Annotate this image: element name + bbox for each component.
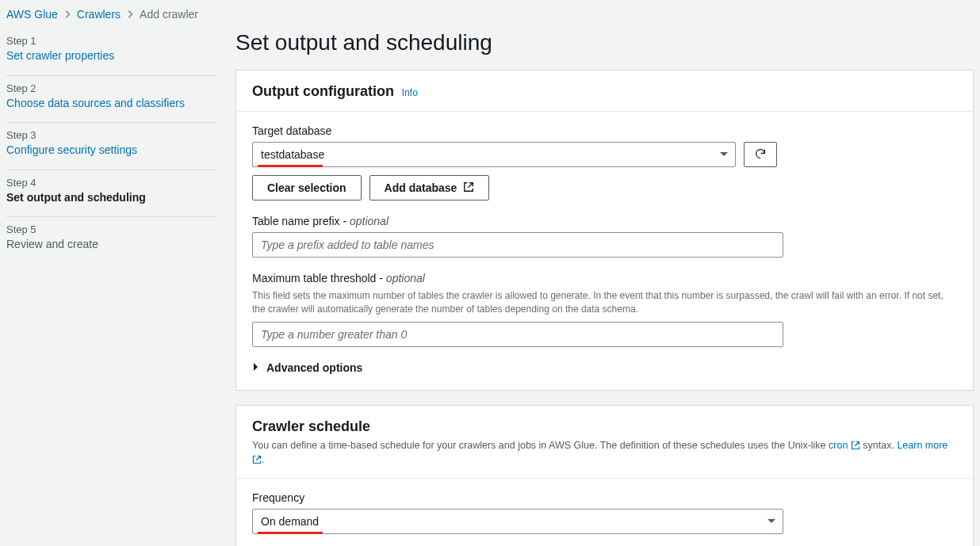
page-title: Set output and scheduling	[235, 30, 974, 55]
frequency-select[interactable]: On demand	[252, 509, 783, 534]
cron-link[interactable]: cron	[829, 440, 860, 451]
external-link-icon	[463, 181, 474, 195]
add-database-label: Add database	[385, 181, 457, 194]
caret-right-icon	[252, 361, 260, 374]
chevron-right-icon	[127, 8, 133, 21]
desc-text: syntax.	[860, 440, 898, 451]
caret-down-icon	[719, 148, 729, 161]
wizard-step-3[interactable]: Step 3 Configure security settings	[6, 123, 216, 170]
advanced-options-label: Advanced options	[266, 361, 362, 374]
crawler-schedule-panel: Crawler schedule You can define a time-b…	[235, 405, 974, 546]
label-text: Table name prefix -	[252, 215, 346, 227]
step-number: Step 5	[6, 223, 216, 235]
max-threshold-label: Maximum table threshold - optional	[252, 272, 957, 284]
panel-title: Output configuration	[252, 83, 394, 99]
panel-description: You can define a time-based schedule for…	[252, 438, 957, 467]
breadcrumb: AWS Glue Crawlers Add crawler	[6, 5, 974, 29]
highlight-underline	[258, 165, 323, 167]
advanced-options-toggle[interactable]: Advanced options	[252, 361, 957, 374]
wizard-step-1[interactable]: Step 1 Set crawler properties	[6, 29, 216, 76]
target-database-select[interactable]: testdatabase	[252, 142, 736, 167]
highlight-underline	[258, 532, 323, 534]
step-number: Step 1	[6, 35, 216, 47]
refresh-button[interactable]	[744, 142, 777, 167]
step-label: Set crawler properties	[6, 48, 216, 64]
breadcrumb-link-crawlers[interactable]: Crawlers	[77, 8, 121, 21]
max-threshold-input[interactable]	[252, 322, 783, 347]
wizard-step-5: Step 5 Review and create	[6, 217, 216, 264]
chevron-right-icon	[64, 8, 71, 21]
caret-down-icon	[767, 515, 776, 528]
step-number: Step 3	[6, 129, 216, 141]
desc-text: You can define a time-based schedule for…	[252, 440, 829, 451]
label-text: Maximum table threshold -	[252, 272, 383, 284]
step-label: Review and create	[6, 237, 216, 253]
step-label: Configure security settings	[6, 143, 216, 158]
output-configuration-panel: Output configuration Info Target databas…	[235, 70, 974, 391]
frequency-label: Frequency	[252, 491, 957, 504]
wizard-steps: Step 1 Set crawler properties Step 2 Cho…	[6, 29, 216, 546]
table-prefix-input[interactable]	[252, 232, 783, 258]
link-text: Learn more	[897, 440, 947, 451]
wizard-step-4: Step 4 Set output and scheduling	[6, 170, 216, 218]
step-label: Choose data sources and classifiers	[6, 96, 216, 112]
add-database-button[interactable]: Add database	[369, 175, 490, 200]
breadcrumb-current: Add crawler	[140, 8, 198, 21]
wizard-step-2[interactable]: Step 2 Choose data sources and classifie…	[6, 76, 216, 124]
target-database-label: Target database	[252, 124, 957, 137]
breadcrumb-link-glue[interactable]: AWS Glue	[6, 8, 58, 21]
step-number: Step 4	[6, 177, 216, 189]
info-link[interactable]: Info	[402, 87, 418, 98]
step-label: Set output and scheduling	[6, 190, 216, 206]
optional-text: optional	[350, 215, 389, 227]
target-database-value: testdatabase	[261, 148, 324, 161]
refresh-icon	[754, 147, 767, 162]
link-text: cron	[829, 440, 848, 451]
clear-selection-button[interactable]: Clear selection	[252, 175, 362, 200]
step-number: Step 2	[6, 82, 216, 94]
frequency-value: On demand	[261, 515, 319, 528]
optional-text: optional	[386, 272, 425, 284]
panel-title: Crawler schedule	[252, 418, 370, 434]
max-threshold-description: This field sets the maximum number of ta…	[252, 289, 957, 317]
table-prefix-label: Table name prefix - optional	[252, 215, 957, 227]
